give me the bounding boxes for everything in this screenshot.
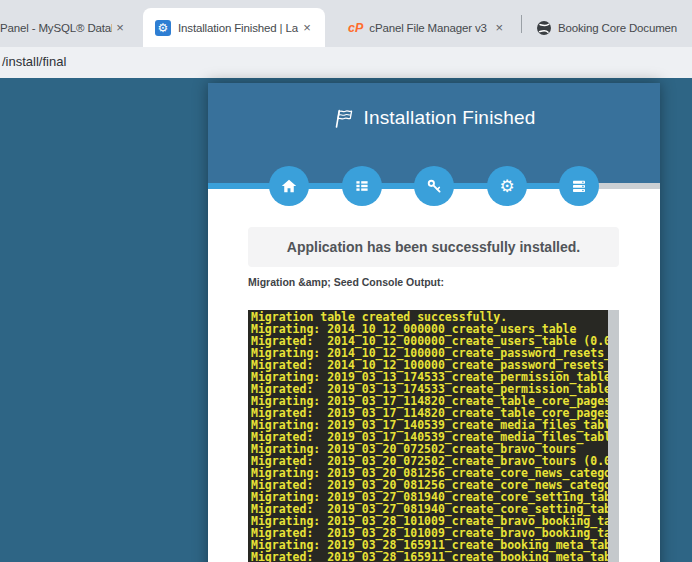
tab-title: Panel - MySQL® Datab [0,22,112,34]
page-title: Installation Finished [363,107,535,129]
close-icon[interactable]: × [491,20,507,36]
console-scrollbar-thumb[interactable] [608,310,619,562]
tab-title: Installation Finished | La [178,22,299,34]
step-database-button[interactable] [559,166,599,206]
cpanel-logo-icon: cP [348,21,363,35]
console-output-box: Migration table created successfully. Mi… [248,310,619,562]
installer-card: Installation Finished [208,83,660,562]
step-home-button[interactable] [269,166,309,206]
tab-booking-core-docs[interactable]: Booking Core Documen [528,8,692,47]
tab-title: cPanel File Manager v3 [369,22,491,34]
console-output-label: Migration &amp; Seed Console Output: [248,276,444,288]
console-output: Migration table created successfully. Mi… [248,310,608,562]
step-requirements-button[interactable] [342,166,382,206]
tab-mysql-databases[interactable]: Panel - MySQL® Datab × [0,8,136,47]
success-alert: Application has been successfully instal… [248,227,619,267]
key-icon [426,178,443,195]
success-message: Application has been successfully instal… [287,239,580,255]
tab-separator [521,15,522,33]
step-permissions-button[interactable] [414,166,454,206]
tab-title: Booking Core Documen [558,22,692,34]
step-environment-button[interactable]: ⚙ [487,166,527,206]
flag-icon [332,108,354,129]
close-icon[interactable]: × [299,20,315,36]
browser-window: Panel - MySQL® Datab × ⚙ Installation Fi… [0,0,692,562]
browser-tab-bar: Panel - MySQL® Datab × ⚙ Installation Fi… [0,0,692,47]
installer-page: Installation Finished [0,78,692,562]
server-icon [571,178,587,194]
address-bar[interactable]: /install/final [0,47,692,78]
gear-favicon-icon: ⚙ [155,20,171,36]
console-scrollbar[interactable] [608,310,619,562]
list-icon [354,178,370,194]
gear-icon: ⚙ [499,178,514,195]
home-icon [280,177,298,195]
tab-cpanel-file-manager[interactable]: cP cPanel File Manager v3 × [332,8,516,47]
globe-icon [536,20,552,36]
title-row: Installation Finished [208,107,660,129]
url-text[interactable]: /install/final [2,54,66,69]
tab-installation-finished[interactable]: ⚙ Installation Finished | La × [143,8,325,47]
close-icon[interactable]: × [112,20,128,36]
